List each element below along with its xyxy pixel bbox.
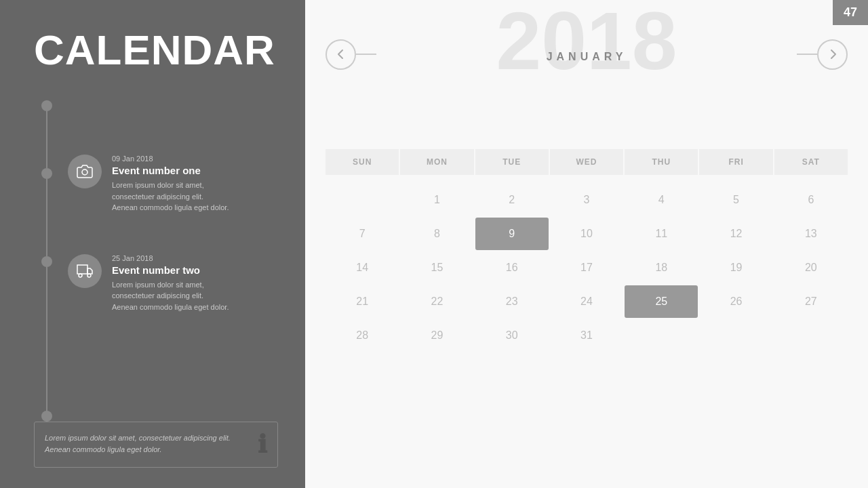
- left-panel: CALENDAR 09 Jan 2018 Event number one Lo…: [0, 0, 305, 488]
- day-cell: 8: [400, 218, 473, 250]
- day-cell: [625, 319, 698, 352]
- day-cell: 11: [625, 218, 698, 250]
- nav-left[interactable]: [326, 39, 376, 70]
- year-background: 2018: [496, 0, 677, 81]
- day-cell: 31: [550, 319, 623, 352]
- timeline-dot-top: [41, 100, 52, 111]
- svg-point-3: [79, 274, 82, 277]
- event-desc-1: Lorem ipsum dolor sit amet,consectetuer …: [112, 180, 229, 214]
- day-cell: 4: [625, 184, 698, 216]
- event-date-2: 25 Jan 2018: [112, 254, 229, 262]
- day-cell: 27: [774, 285, 848, 318]
- event-icon-truck: [68, 254, 102, 288]
- day-cell: 30: [475, 319, 549, 352]
- day-cell: 23: [475, 285, 549, 318]
- prev-button[interactable]: [326, 39, 356, 70]
- svg-point-4: [87, 274, 91, 277]
- day-header-thu: THU: [625, 149, 698, 175]
- nav-dash-left: [356, 54, 376, 55]
- event-desc-2: Lorem ipsum dolor sit amet,consectetuer …: [112, 279, 229, 313]
- next-button[interactable]: [817, 39, 848, 70]
- calendar-container: SUN MON TUE WED THU FRI SAT 1 2 3 4 5 6 …: [326, 149, 848, 468]
- nav-dash-right: [797, 54, 817, 55]
- day-cell: 22: [400, 285, 473, 318]
- info-text: Lorem ipsum dolor sit amet, consectetuer…: [45, 432, 251, 455]
- day-cell: [699, 319, 772, 352]
- day-cell: 17: [550, 251, 623, 284]
- day-header-sat: SAT: [774, 149, 848, 175]
- day-cell: 28: [326, 319, 399, 352]
- day-cell: [326, 184, 399, 216]
- day-cell: 15: [400, 251, 473, 284]
- svg-marker-2: [87, 268, 92, 274]
- day-header-tue: TUE: [475, 149, 549, 175]
- day-cell: 21: [326, 285, 399, 318]
- timeline: 09 Jan 2018 Event number one Lorem ipsum…: [34, 100, 278, 422]
- day-cell-highlighted-25: 25: [625, 285, 698, 318]
- day-cell: 29: [400, 319, 473, 352]
- month-label: JANUARY: [547, 51, 627, 63]
- truck-icon: [77, 263, 93, 279]
- event-date-1: 09 Jan 2018: [112, 155, 229, 163]
- event-title-2: Event number two: [112, 264, 229, 276]
- event-item-2: 25 Jan 2018 Event number two Lorem ipsum…: [68, 254, 278, 313]
- day-header-wed: WED: [550, 149, 623, 175]
- day-cell: 13: [774, 218, 848, 250]
- event-item-1: 09 Jan 2018 Event number one Lorem ipsum…: [68, 155, 278, 214]
- timeline-dot-mid1: [41, 168, 52, 179]
- day-cell-highlighted-9: 9: [475, 218, 549, 250]
- day-cell: 7: [326, 218, 399, 250]
- page-title: CALENDAR: [34, 27, 278, 73]
- nav-right[interactable]: [797, 39, 848, 70]
- event-content-1: 09 Jan 2018 Event number one Lorem ipsum…: [112, 155, 229, 214]
- day-cell: 5: [699, 184, 772, 216]
- next-arrow-icon: [827, 49, 838, 60]
- day-cell: 16: [475, 251, 549, 284]
- day-cell: 18: [625, 251, 698, 284]
- day-cell: 20: [774, 251, 848, 284]
- day-cell: 10: [550, 218, 623, 250]
- day-header-mon: MON: [400, 149, 473, 175]
- day-cell: 14: [326, 251, 399, 284]
- right-panel: 47 2018 JANUARY S: [305, 0, 868, 488]
- day-cell: [774, 319, 848, 352]
- event-content-2: 25 Jan 2018 Event number two Lorem ipsum…: [112, 254, 229, 313]
- info-box: Lorem ipsum dolor sit amet, consectetuer…: [34, 422, 278, 468]
- day-cell: 2: [475, 184, 549, 216]
- day-header-sun: SUN: [326, 149, 399, 175]
- day-cell: 3: [550, 184, 623, 216]
- svg-point-0: [82, 169, 87, 175]
- day-headers: SUN MON TUE WED THU FRI SAT: [326, 149, 848, 178]
- camera-icon: [77, 163, 93, 180]
- days-grid: 1 2 3 4 5 6 7 8 9 10 11 12 13 14 15 16 1…: [326, 184, 848, 352]
- day-cell: 26: [699, 285, 772, 318]
- day-header-fri: FRI: [699, 149, 772, 175]
- day-cell: 19: [699, 251, 772, 284]
- day-cell: 12: [699, 218, 772, 250]
- day-cell: 24: [550, 285, 623, 318]
- day-cell: 1: [400, 184, 473, 216]
- event-icon-camera: [68, 155, 102, 188]
- timeline-dot-mid2: [41, 256, 52, 267]
- svg-rect-1: [77, 265, 87, 274]
- prev-arrow-icon: [336, 49, 347, 60]
- event-title-1: Event number one: [112, 165, 229, 176]
- timeline-dot-bottom: [41, 411, 52, 422]
- day-cell: 6: [774, 184, 848, 216]
- calendar-header: 2018 JANUARY: [326, 14, 848, 88]
- info-icon: ℹ: [258, 432, 267, 457]
